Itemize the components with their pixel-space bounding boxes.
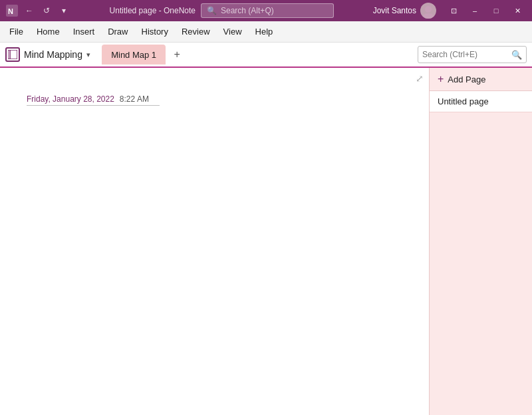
ribbon-collapse-button[interactable]: ⊡ — [444, 0, 463, 21]
menu-history[interactable]: History — [135, 24, 175, 39]
page-tab-0[interactable]: Mind Map 1 — [102, 45, 166, 65]
list-item[interactable]: Untitled page — [430, 91, 532, 112]
onenote-logo-icon: N — [5, 4, 19, 17]
menu-help[interactable]: Help — [249, 24, 280, 39]
svg-text:N: N — [8, 7, 13, 15]
add-page-label: Add Page — [448, 74, 485, 84]
add-tab-button[interactable]: + — [168, 46, 186, 63]
page-date: Friday, January 28, 2022 — [27, 94, 114, 104]
notebook-icon — [5, 47, 20, 62]
menu-view[interactable]: View — [217, 24, 249, 39]
svg-point-3 — [422, 13, 434, 19]
menu-bar: File Home Insert Draw History Review Vie… — [0, 21, 532, 43]
menu-insert[interactable]: Insert — [66, 24, 102, 39]
title-center: Untitled page - OneNote 🔍 Search (Alt+Q) — [70, 3, 373, 18]
expand-button[interactable]: ⤢ — [416, 73, 424, 84]
add-page-button[interactable]: + Add Page — [430, 68, 532, 91]
right-panel: + Add Page Untitled page — [429, 68, 532, 415]
user-name: Jovit Santos — [373, 6, 416, 15]
page-date-area: Friday, January 28, 2022 8:22 AM — [27, 94, 160, 106]
title-bar: N ← ↺ ▾ Untitled page - OneNote 🔍 Search… — [0, 0, 532, 21]
svg-point-2 — [425, 6, 432, 13]
menu-draw[interactable]: Draw — [101, 24, 134, 39]
back-button[interactable]: ← — [23, 4, 36, 17]
notebook-search-box[interactable]: 🔍 — [418, 46, 527, 63]
search-icon: 🔍 — [207, 6, 217, 15]
title-bar-right: Jovit Santos ⊡ – □ ✕ — [373, 0, 527, 21]
close-button[interactable]: ✕ — [508, 0, 527, 21]
maximize-button[interactable]: □ — [487, 0, 505, 21]
page-time: 8:22 AM — [120, 94, 149, 104]
user-info: Jovit Santos — [373, 3, 436, 19]
notebook-search-input[interactable] — [422, 50, 509, 59]
notebook-bar: Mind Mapping ▾ Mind Map 1 + 🔍 — [0, 43, 532, 68]
notebook-search-icon: 🔍 — [511, 50, 522, 60]
notebook-name[interactable]: Mind Mapping — [24, 49, 82, 60]
menu-home[interactable]: Home — [30, 24, 66, 39]
title-search-box[interactable]: 🔍 Search (Alt+Q) — [201, 3, 334, 18]
title-bar-left: N ← ↺ ▾ — [5, 4, 70, 17]
page-content[interactable]: ⤢ Friday, January 28, 2022 8:22 AM — [0, 68, 429, 415]
search-placeholder-text: Search (Alt+Q) — [221, 6, 274, 15]
notebook-dropdown-icon[interactable]: ▾ — [85, 49, 92, 61]
customize-button[interactable]: ▾ — [57, 4, 70, 17]
add-page-plus-icon: + — [438, 73, 444, 85]
app-title: Untitled page - OneNote — [110, 6, 196, 15]
user-avatar — [420, 3, 436, 19]
menu-file[interactable]: File — [3, 24, 30, 39]
menu-review[interactable]: Review — [175, 24, 217, 39]
page-title-divider — [27, 105, 160, 106]
undo-button[interactable]: ↺ — [40, 4, 53, 17]
svg-rect-4 — [8, 50, 17, 59]
main-area: ⤢ Friday, January 28, 2022 8:22 AM + Add… — [0, 68, 532, 415]
minimize-button[interactable]: – — [466, 0, 484, 21]
